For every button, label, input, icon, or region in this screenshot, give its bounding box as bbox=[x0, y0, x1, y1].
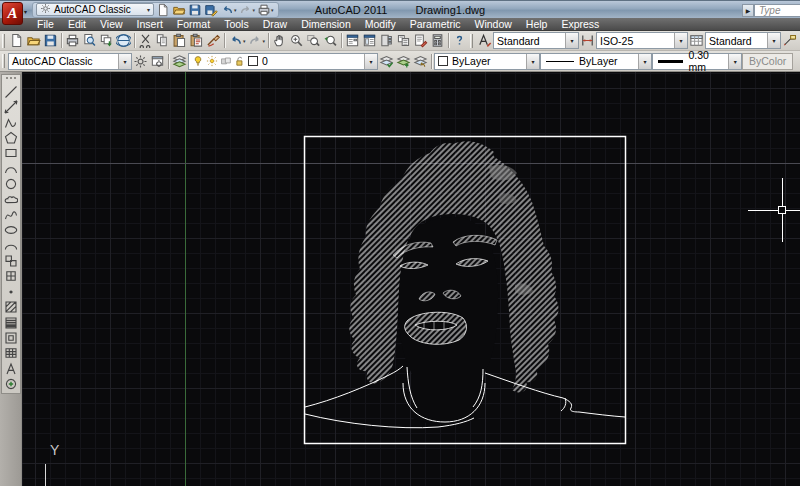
save-as-button[interactable] bbox=[203, 1, 219, 19]
save-button[interactable] bbox=[42, 32, 59, 50]
insblock-button[interactable] bbox=[3, 253, 19, 268]
dwf3d-button[interactable] bbox=[115, 32, 132, 50]
save-button[interactable] bbox=[187, 1, 203, 19]
menu-item-insert[interactable]: Insert bbox=[130, 18, 170, 31]
mkblock-button[interactable] bbox=[3, 269, 19, 284]
menu-item-format[interactable]: Format bbox=[170, 18, 217, 31]
polygon-button[interactable] bbox=[3, 130, 19, 145]
gradient-button[interactable] bbox=[3, 315, 19, 330]
workspaces-combo[interactable]: AutoCAD Classic ▾ bbox=[8, 53, 132, 70]
sheetset-button[interactable] bbox=[395, 32, 412, 50]
menu-item-window[interactable]: Window bbox=[467, 18, 518, 31]
quickcalc-button[interactable] bbox=[429, 32, 446, 50]
chevron-down-icon[interactable]: ▾ bbox=[364, 54, 377, 69]
qnew-button[interactable] bbox=[155, 1, 171, 19]
zoom-win-button[interactable] bbox=[305, 32, 322, 50]
model-space-canvas[interactable]: Y bbox=[22, 72, 800, 486]
save-workspace-button[interactable] bbox=[149, 52, 166, 70]
cut-button[interactable] bbox=[137, 32, 154, 50]
infocenter-nav-icon[interactable]: ▶ bbox=[742, 4, 754, 17]
layer-color-swatch[interactable] bbox=[248, 56, 258, 66]
layer-properties-manager-button[interactable] bbox=[171, 52, 188, 70]
chevron-down-icon[interactable]: ▾ bbox=[674, 33, 687, 48]
chevron-down-icon[interactable]: ▾ bbox=[526, 54, 539, 69]
text-style-combo[interactable]: Standard ▾ bbox=[493, 32, 579, 49]
chevron-down-icon[interactable]: ▾ bbox=[271, 7, 274, 13]
undo-button[interactable]: ▾ bbox=[227, 32, 247, 50]
menu-item-view[interactable]: View bbox=[93, 18, 130, 31]
autocad-logo-icon[interactable]: A bbox=[2, 2, 23, 25]
publish-button[interactable] bbox=[98, 32, 115, 50]
xline-button[interactable] bbox=[3, 99, 19, 114]
undo-button[interactable]: ▾ bbox=[219, 1, 238, 19]
match-props-button[interactable] bbox=[205, 32, 222, 50]
rect-button[interactable] bbox=[3, 146, 19, 161]
spline-button[interactable] bbox=[3, 207, 19, 222]
layer-prev-button[interactable] bbox=[412, 52, 429, 70]
addsel-button[interactable] bbox=[3, 376, 19, 391]
menu-item-dimension[interactable]: Dimension bbox=[294, 18, 358, 31]
chevron-down-icon[interactable]: ▾ bbox=[728, 54, 741, 69]
workspace-switcher[interactable]: AutoCAD Classic ▾ bbox=[36, 3, 154, 16]
designcenter-button[interactable] bbox=[361, 32, 378, 50]
menu-item-file[interactable]: File bbox=[30, 18, 61, 31]
chevron-down-icon[interactable]: ▾ bbox=[243, 38, 246, 44]
properties-button[interactable] bbox=[344, 32, 361, 50]
chevron-down-icon[interactable]: ▾ bbox=[565, 33, 578, 48]
pan-button[interactable] bbox=[271, 32, 288, 50]
circle-button[interactable] bbox=[3, 176, 19, 191]
multileader-style-button[interactable] bbox=[781, 32, 798, 50]
zoom-rt-button[interactable] bbox=[288, 32, 305, 50]
make-current-button[interactable] bbox=[395, 52, 412, 70]
plot-preview-button[interactable] bbox=[81, 32, 98, 50]
pline-button[interactable] bbox=[3, 115, 19, 130]
ellipse-button[interactable] bbox=[3, 223, 19, 238]
linetype-control-combo[interactable]: ByLayer ▾ bbox=[540, 53, 652, 70]
chevron-down-icon[interactable]: ▾ bbox=[263, 38, 266, 44]
table-style-button[interactable] bbox=[688, 32, 705, 50]
redo-button[interactable]: ▾ bbox=[247, 32, 267, 50]
region-button[interactable] bbox=[3, 330, 19, 345]
earc-button[interactable] bbox=[3, 238, 19, 253]
toolbar-grip[interactable] bbox=[6, 77, 16, 82]
chevron-down-icon[interactable]: ▾ bbox=[234, 7, 237, 13]
chevron-down-icon[interactable]: ▾ bbox=[253, 7, 256, 13]
chevron-down-icon[interactable]: ▾ bbox=[638, 54, 651, 69]
plot-button[interactable] bbox=[64, 32, 81, 50]
text-style-button[interactable] bbox=[476, 32, 493, 50]
dim-style-button[interactable] bbox=[579, 32, 596, 50]
toolbar-grip[interactable] bbox=[470, 34, 473, 48]
open-button[interactable] bbox=[171, 1, 187, 19]
menu-item-edit[interactable]: Edit bbox=[61, 18, 93, 31]
layer-unlock-icon[interactable] bbox=[234, 55, 246, 67]
copy-button[interactable] bbox=[154, 32, 171, 50]
open-button[interactable] bbox=[25, 32, 42, 50]
help-button[interactable] bbox=[451, 32, 468, 50]
paste-button[interactable] bbox=[171, 32, 188, 50]
toolbar-grip[interactable] bbox=[2, 34, 5, 48]
redo-button[interactable]: ▾ bbox=[238, 1, 257, 19]
hatch-button[interactable] bbox=[3, 299, 19, 314]
menu-item-parametric[interactable]: Parametric bbox=[403, 18, 468, 31]
palettes-button[interactable] bbox=[378, 32, 395, 50]
toolbar-grip[interactable] bbox=[2, 54, 5, 68]
revcloud-button[interactable] bbox=[3, 192, 19, 207]
logo-dropdown-icon[interactable]: ▾ bbox=[24, 8, 27, 15]
mtext-button[interactable] bbox=[3, 361, 19, 376]
layer-states-button[interactable] bbox=[378, 52, 395, 70]
color-control-combo[interactable]: ByLayer ▾ bbox=[434, 53, 540, 70]
dim-style-combo[interactable]: ISO-25 ▾ bbox=[596, 32, 688, 49]
menu-item-express[interactable]: Express bbox=[554, 18, 606, 31]
menu-item-modify[interactable]: Modify bbox=[358, 18, 403, 31]
table-button[interactable] bbox=[3, 346, 19, 361]
layer-vp-freeze-icon[interactable] bbox=[220, 55, 232, 67]
menu-item-tools[interactable]: Tools bbox=[217, 18, 256, 31]
layer-combo[interactable]: 0 ▾ bbox=[188, 53, 378, 70]
layer-thaw-icon[interactable] bbox=[206, 55, 218, 67]
table-style-combo[interactable]: Standard ▾ bbox=[705, 32, 781, 49]
infocenter-search-input[interactable]: Type bbox=[754, 4, 800, 17]
chevron-down-icon[interactable]: ▾ bbox=[767, 33, 780, 48]
chevron-down-icon[interactable]: ▾ bbox=[118, 54, 131, 69]
paste-special-button[interactable] bbox=[188, 32, 205, 50]
lineweight-control-combo[interactable]: 0.30 mm ▾ bbox=[652, 53, 742, 70]
